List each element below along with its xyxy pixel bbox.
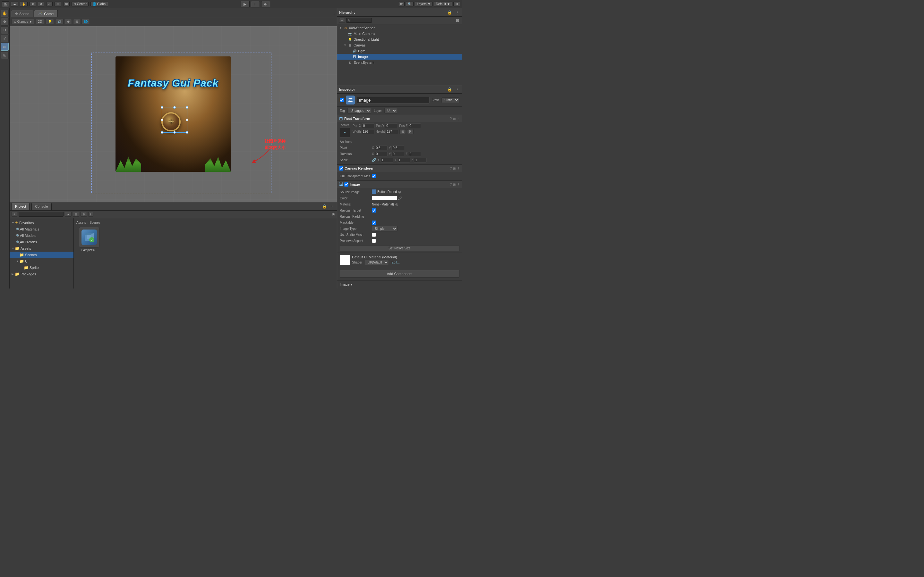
scene-more-btn[interactable]: ⋮	[331, 12, 337, 17]
maskable-checkbox[interactable]	[372, 221, 376, 225]
image-type-select[interactable]: Simple Sliced Tiled Filled	[372, 226, 397, 231]
add-component-btn[interactable]: Add Component	[340, 270, 459, 277]
static-dropdown[interactable]: Static	[441, 97, 459, 103]
packages-item[interactable]: ▶ 📁 Packages	[10, 271, 73, 277]
hierarchy-add-btn[interactable]: +	[339, 18, 345, 23]
project-search-input[interactable]	[19, 212, 63, 217]
rect-transform-header[interactable]: ⊞ Rect Transform ? ⊞ ⋮	[337, 115, 462, 122]
pivot-x-input[interactable]	[375, 145, 388, 150]
hierarchy-filter-btn[interactable]: ⊞	[455, 18, 460, 23]
rect-tool-btn[interactable]: ▭	[55, 2, 61, 6]
play-button[interactable]: ▶	[241, 1, 250, 7]
hierarchy-search[interactable]	[346, 18, 372, 23]
posz-input[interactable]	[408, 123, 421, 128]
width-input[interactable]	[362, 129, 375, 134]
breadcrumb-assets[interactable]: Assets	[76, 221, 86, 224]
rect-tool[interactable]: ▭	[1, 43, 9, 51]
rot-z-input[interactable]	[408, 152, 421, 156]
hier-item-image[interactable]: 🖼 Image	[337, 54, 462, 60]
global-btn[interactable]: 🌐 Global	[90, 2, 108, 6]
set-native-btn[interactable]: Set Native Size	[340, 245, 459, 251]
logo-btn[interactable]: 伍	[2, 1, 9, 7]
all-materials-item[interactable]: 🔍 All Materials	[10, 226, 73, 232]
image-component-header[interactable]: 🖼 Image ? ⊞ ⋮	[337, 181, 462, 188]
project-tab[interactable]: Project	[11, 203, 29, 210]
default-dropdown[interactable]: Default ▼	[434, 2, 452, 6]
hier-item-bgm[interactable]: 🔊 Bgm	[337, 48, 462, 54]
object-name-input[interactable]	[357, 97, 430, 103]
pivot-y-input[interactable]	[391, 145, 404, 150]
hand-tool[interactable]: ✋	[1, 10, 9, 17]
transform-tool-btn[interactable]: ⊞	[63, 2, 69, 6]
scale-tool[interactable]: ⤢	[1, 35, 9, 42]
raycast-checkbox[interactable]	[372, 208, 376, 213]
hier-item-eventsystem[interactable]: ⚙ EventSystem	[337, 60, 462, 65]
canvas-renderer-enable[interactable]	[339, 166, 343, 171]
rotate-tool[interactable]: ↺	[1, 26, 9, 34]
color-swatch[interactable]	[372, 196, 397, 200]
favorites-item[interactable]: ▼ ★ Favorites	[10, 219, 73, 226]
scale-tool-btn[interactable]: ⤢	[46, 2, 53, 6]
image-enable[interactable]	[344, 182, 349, 187]
move-tool[interactable]: ✥	[1, 18, 9, 26]
all-prefabs-item[interactable]: 🔍 All Prefabs	[10, 239, 73, 245]
color-pick-btn[interactable]: 🖊	[398, 196, 402, 200]
scale-y-input[interactable]	[397, 158, 410, 163]
hand-tool-btn[interactable]: ✋	[20, 2, 27, 6]
project-more-btn[interactable]: ⋮	[329, 204, 335, 209]
project-add-btn[interactable]: +	[11, 212, 17, 217]
hier-item-canvas[interactable]: ▼ ⊞ Canvas	[337, 42, 462, 48]
rot-x-input[interactable]	[375, 152, 388, 156]
asset-item-samplescene[interactable]: ✓ SampleSc...	[76, 227, 102, 251]
tag-select[interactable]: Untagged	[347, 108, 371, 113]
scenes-item[interactable]: 📁 Scenes	[10, 251, 73, 258]
canvas-renderer-header[interactable]: Canvas Renderer ? ⊞ ⋮	[337, 165, 462, 172]
step-button[interactable]: ⏭	[261, 1, 270, 7]
layers-dropdown[interactable]: Layers ▼	[415, 2, 433, 6]
breadcrumb-scenes[interactable]: Scenes	[89, 221, 100, 224]
preserve-checkbox[interactable]	[372, 239, 376, 243]
hierarchy-more-btn[interactable]: ⋮	[454, 10, 460, 15]
hier-item-scene[interactable]: ▼ ⊙ 009-StartScene*	[337, 25, 462, 31]
grid-btn[interactable]: 🌐	[81, 19, 90, 24]
source-pick-btn[interactable]: ◎	[398, 190, 401, 193]
assets-item[interactable]: ▼ 📁 Assets	[10, 245, 73, 251]
constrain-btn[interactable]: ⊞	[399, 129, 406, 134]
game-tab[interactable]: 🎮 Game	[34, 10, 58, 17]
shader-select[interactable]: UI/Default	[365, 259, 389, 265]
edit-btn[interactable]: Edit...	[391, 261, 400, 264]
compass-button[interactable]: ✳	[162, 112, 181, 131]
console-tab[interactable]: Console	[31, 203, 51, 210]
effects-btn[interactable]: ⊕	[65, 19, 72, 24]
posx-input[interactable]	[362, 123, 375, 128]
audio-btn[interactable]: 🔊	[55, 19, 63, 24]
gizmos-dropdown[interactable]: ⊙ Gizmos ▼	[11, 19, 34, 24]
move-tool-btn[interactable]: ✥	[29, 2, 36, 6]
info-btn[interactable]: ℹ	[88, 212, 94, 217]
posy-input[interactable]	[385, 123, 398, 128]
ui-item[interactable]: ▼ 📁 UI	[10, 258, 73, 264]
all-models-item[interactable]: 🔍 All Models	[10, 232, 73, 239]
sprite-item[interactable]: 📁 Sprite	[10, 264, 73, 271]
scale-x-input[interactable]	[381, 158, 393, 163]
search-btn[interactable]: 🔍	[406, 2, 414, 6]
pause-button[interactable]: ⏸	[251, 1, 260, 7]
asset-filter-btn[interactable]: ⊞	[73, 212, 79, 217]
hier-item-dir-light[interactable]: 💡 Directional Light	[337, 37, 462, 42]
material-pick-btn[interactable]: ◎	[395, 203, 398, 206]
lighting-btn[interactable]: 💡	[45, 19, 54, 24]
custom-tool[interactable]: ⊞	[1, 51, 9, 59]
scale-z-input[interactable]	[414, 158, 427, 163]
hier-item-main-camera[interactable]: 📷 Main Camera	[337, 31, 462, 37]
hierarchy-lock-btn[interactable]: 🔒	[446, 10, 453, 15]
pivot-btn[interactable]: ⊙ Center	[71, 2, 89, 6]
cull-checkbox[interactable]	[372, 174, 376, 178]
hidden-btn[interactable]: ⊞	[73, 19, 80, 24]
height-input[interactable]	[385, 129, 398, 134]
layer-select[interactable]: UI	[384, 108, 397, 113]
scene-tab[interactable]: ⊙ Scene	[11, 10, 33, 17]
active-checkbox[interactable]	[340, 98, 344, 102]
favorite-filter-btn[interactable]: ★	[65, 212, 71, 217]
use-sprite-checkbox[interactable]	[372, 233, 376, 237]
inspector-more-btn[interactable]: ⋮	[454, 87, 460, 92]
